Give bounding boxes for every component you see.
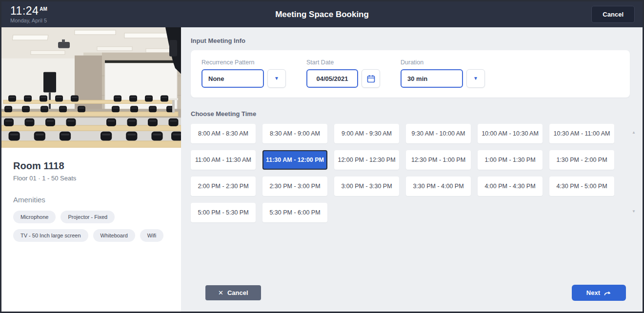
recurrence-input[interactable] bbox=[201, 69, 264, 88]
time-slot[interactable]: 1:00 PM - 1:30 PM bbox=[478, 150, 543, 170]
choose-meeting-time-label: Choose Meeting Time bbox=[191, 110, 630, 117]
meeting-info-card: Recurrence Pattern ▼ Start Date bbox=[191, 50, 630, 98]
duration-label: Duration bbox=[401, 59, 485, 66]
time-slot-selected[interactable]: 11:30 AM - 12:00 PM bbox=[262, 150, 327, 170]
recurrence-dropdown-button[interactable]: ▼ bbox=[267, 69, 286, 88]
start-date-label: Start Date bbox=[306, 59, 380, 66]
amenity-chip: Whiteboard bbox=[93, 229, 135, 242]
amenity-chip: Projector - Fixed bbox=[60, 211, 115, 223]
time-slot[interactable]: 4:00 PM - 4:30 PM bbox=[478, 176, 543, 196]
time-slot[interactable]: 10:00 AM - 10:30 AM bbox=[478, 124, 543, 143]
scroll-up-icon[interactable]: ▲ bbox=[632, 131, 636, 135]
header-bar: 11:24 AM Monday, April 5 Meeting Space B… bbox=[1, 1, 643, 27]
cancel-button-label: Cancel bbox=[227, 289, 248, 296]
duration-dropdown-button[interactable]: ▼ bbox=[466, 69, 485, 88]
time-slot-grid: 8:00 AM - 8:30 AM8:30 AM - 9:00 AM9:00 A… bbox=[191, 124, 630, 222]
recurrence-label: Recurrence Pattern bbox=[201, 59, 286, 66]
chevron-down-icon: ▼ bbox=[473, 76, 478, 81]
time-slot[interactable]: 1:30 PM - 2:00 PM bbox=[549, 150, 614, 170]
clock-meridiem: AM bbox=[40, 7, 47, 12]
time-slot[interactable]: 3:00 PM - 3:30 PM bbox=[334, 176, 399, 196]
room-panel: Room 1118 Floor 01 · 1 - 50 Seats Amenit… bbox=[1, 27, 181, 312]
amenity-chip: Wifi bbox=[140, 229, 163, 242]
time-slot-area: 8:00 AM - 8:30 AM8:30 AM - 9:00 AM9:00 A… bbox=[191, 124, 630, 222]
booking-window: 11:24 AM Monday, April 5 Meeting Space B… bbox=[0, 0, 644, 313]
time-slot[interactable]: 5:30 PM - 6:00 PM bbox=[262, 203, 327, 222]
amenities-label: Amenities bbox=[13, 196, 169, 204]
time-slot[interactable]: 12:30 PM - 1:00 PM bbox=[406, 150, 471, 170]
time-slot[interactable]: 4:30 PM - 5:00 PM bbox=[549, 176, 614, 196]
next-arrow-icon bbox=[604, 290, 611, 296]
scroll-down-icon[interactable]: ▼ bbox=[632, 210, 636, 214]
next-button[interactable]: Next bbox=[572, 285, 626, 301]
room-name: Room 1118 bbox=[13, 160, 169, 172]
page-title: Meeting Space Booking bbox=[1, 10, 643, 20]
calendar-button[interactable] bbox=[362, 69, 380, 88]
start-date-field: Start Date bbox=[306, 59, 380, 88]
calendar-icon bbox=[367, 75, 375, 83]
duration-input[interactable] bbox=[401, 69, 463, 88]
start-date-input[interactable] bbox=[306, 69, 358, 88]
amenities-list: MicrophoneProjector - FixedTV - 50 Inch … bbox=[13, 211, 169, 242]
clock-time: 11:24 bbox=[10, 5, 39, 17]
time-slot[interactable]: 9:30 AM - 10:00 AM bbox=[406, 124, 471, 143]
booking-form-panel: Input Meeting Info Recurrence Pattern ▼ … bbox=[181, 27, 643, 312]
room-photo bbox=[1, 27, 181, 148]
time-slot[interactable]: 8:00 AM - 8:30 AM bbox=[191, 124, 256, 143]
recurrence-field: Recurrence Pattern ▼ bbox=[201, 59, 286, 88]
header-cancel-button[interactable]: Cancel bbox=[591, 6, 635, 23]
close-icon: ✕ bbox=[218, 289, 223, 296]
time-slot[interactable]: 2:30 PM - 3:00 PM bbox=[262, 176, 327, 196]
footer-actions: ✕ Cancel Next bbox=[191, 285, 630, 305]
time-slot[interactable]: 2:00 PM - 2:30 PM bbox=[191, 176, 256, 196]
time-slot[interactable]: 9:00 AM - 9:30 AM bbox=[334, 124, 399, 143]
room-details: Floor 01 · 1 - 50 Seats bbox=[13, 175, 169, 182]
time-slot[interactable]: 3:30 PM - 4:00 PM bbox=[406, 176, 471, 196]
duration-field: Duration ▼ bbox=[401, 59, 485, 88]
cancel-button[interactable]: ✕ Cancel bbox=[205, 285, 261, 300]
chevron-down-icon: ▼ bbox=[274, 76, 279, 81]
time-slot[interactable]: 11:00 AM - 11:30 AM bbox=[191, 150, 256, 170]
clock-date: Monday, April 5 bbox=[10, 18, 47, 23]
amenity-chip: Microphone bbox=[13, 211, 56, 223]
time-slot[interactable]: 8:30 AM - 9:00 AM bbox=[262, 124, 327, 143]
time-slot[interactable]: 10:30 AM - 11:00 AM bbox=[549, 124, 614, 143]
time-slot[interactable]: 5:00 PM - 5:30 PM bbox=[191, 203, 256, 222]
clock: 11:24 AM Monday, April 5 bbox=[1, 5, 47, 23]
amenity-chip: TV - 50 Inch large screen bbox=[13, 229, 88, 242]
next-button-label: Next bbox=[586, 289, 600, 296]
time-slot[interactable]: 12:00 PM - 12:30 PM bbox=[334, 150, 399, 170]
input-meeting-info-label: Input Meeting Info bbox=[191, 37, 630, 44]
